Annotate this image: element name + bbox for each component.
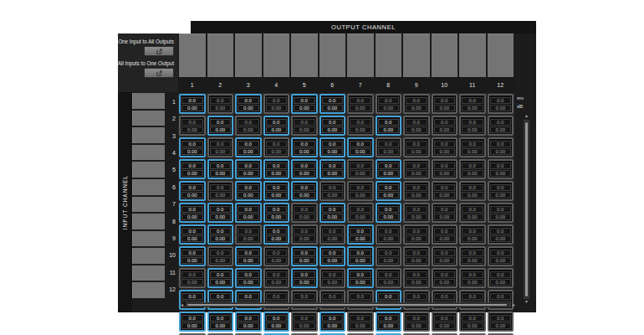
matrix-cell-in8-out2[interactable]: 0.00.00	[207, 246, 234, 266]
delay-field-in4-out3[interactable]: 0.0	[238, 162, 259, 169]
delay-field-in2-out5[interactable]: 0.0	[294, 119, 315, 126]
delay-field-in6-out7[interactable]: 0.0	[350, 206, 371, 213]
delay-field-in8-out7[interactable]: 0.0	[350, 250, 371, 256]
delay-field-in8-out12[interactable]: 0.0	[490, 250, 512, 256]
matrix-cell-in7-out1[interactable]: 0.00.00	[179, 224, 206, 245]
matrix-cell-in7-out2[interactable]: 0.00.00	[207, 224, 234, 245]
delay-field-in3-out11[interactable]: 0.0	[462, 141, 483, 147]
matrix-cell-in9-out8[interactable]: 0.00.00	[376, 268, 402, 288]
matrix-cell-in6-out9[interactable]: 0.00.00	[403, 203, 430, 223]
matrix-cell-in5-out11[interactable]: 0.00.00	[459, 181, 486, 201]
level-field-in8-out7[interactable]: 0.00	[350, 257, 371, 264]
matrix-cell-in1-out6[interactable]: 0.00.00	[319, 94, 346, 114]
all-to-one-button[interactable]	[144, 68, 174, 78]
delay-field-in5-out4[interactable]: 0.0	[266, 184, 288, 191]
level-field-in1-out12[interactable]: 0.00	[490, 105, 512, 111]
delay-field-in11-out3[interactable]: 0.0	[238, 315, 259, 322]
level-field-in1-out11[interactable]: 0.00	[462, 105, 483, 111]
level-field-in3-out5[interactable]: 0.00	[294, 148, 315, 155]
matrix-cell-in9-out10[interactable]: 0.00.00	[432, 268, 458, 288]
matrix-cell-in11-out3[interactable]: 0.00.00	[235, 312, 262, 332]
matrix-cell-in6-out10[interactable]: 0.00.00	[432, 203, 458, 223]
level-field-in11-out3[interactable]: 0.00	[238, 322, 259, 329]
matrix-cell-in4-out12[interactable]: 0.00.00	[488, 159, 514, 179]
level-field-in4-out10[interactable]: 0.00	[434, 170, 456, 177]
matrix-cell-in4-out2[interactable]: 0.00.00	[207, 159, 234, 179]
level-field-in5-out3[interactable]: 0.00	[238, 192, 259, 198]
matrix-cell-in6-out3[interactable]: 0.00.00	[235, 203, 262, 223]
delay-field-in9-out7[interactable]: 0.0	[350, 271, 371, 278]
delay-field-in6-out11[interactable]: 0.0	[462, 206, 483, 213]
matrix-cell-in3-out7[interactable]: 0.00.00	[347, 137, 374, 157]
scroll-up-icon[interactable]: ▲	[524, 113, 529, 120]
level-field-in5-out8[interactable]: 0.00	[378, 192, 400, 198]
level-field-in1-out10[interactable]: 0.00	[434, 105, 456, 111]
level-field-in7-out8[interactable]: 0.00	[378, 235, 400, 242]
matrix-cell-in9-out2[interactable]: 0.00.00	[207, 268, 234, 288]
matrix-cell-in8-out5[interactable]: 0.00.00	[291, 246, 318, 266]
delay-field-in8-out5[interactable]: 0.0	[294, 250, 315, 256]
level-field-in6-out6[interactable]: 0.00	[322, 214, 344, 220]
level-field-in11-out9[interactable]: 0.00	[406, 322, 427, 329]
level-field-in11-out5[interactable]: 0.00	[294, 322, 315, 329]
matrix-cell-in1-out12[interactable]: 0.00.00	[488, 94, 514, 114]
matrix-cell-in11-out1[interactable]: 0.00.00	[179, 312, 206, 332]
delay-field-in10-out4[interactable]: 0.0	[266, 293, 288, 300]
matrix-cell-in5-out1[interactable]: 0.00.00	[179, 181, 206, 201]
level-field-in11-out12[interactable]: 0.00	[490, 322, 512, 329]
level-field-in2-out10[interactable]: 0.00	[434, 126, 456, 133]
output-column-header-3[interactable]	[235, 34, 262, 77]
matrix-cell-in5-out3[interactable]: 0.00.00	[235, 181, 262, 201]
delay-field-in3-out7[interactable]: 0.0	[350, 141, 371, 147]
level-field-in7-out2[interactable]: 0.00	[210, 235, 232, 242]
matrix-cell-in6-out4[interactable]: 0.00.00	[263, 203, 290, 223]
delay-field-in7-out5[interactable]: 0.0	[294, 228, 315, 234]
delay-field-in5-out3[interactable]: 0.0	[238, 184, 259, 191]
delay-field-in5-out8[interactable]: 0.0	[378, 184, 400, 191]
delay-field-in11-out6[interactable]: 0.0	[322, 315, 344, 322]
matrix-cell-in9-out11[interactable]: 0.00.00	[459, 268, 486, 288]
delay-field-in9-out2[interactable]: 0.0	[210, 271, 232, 278]
level-field-in11-out11[interactable]: 0.00	[462, 322, 483, 329]
matrix-cell-in3-out5[interactable]: 0.00.00	[291, 137, 318, 157]
delay-field-in5-out1[interactable]: 0.0	[181, 184, 203, 191]
matrix-cell-in7-out6[interactable]: 0.00.00	[319, 224, 346, 245]
level-field-in7-out7[interactable]: 0.00	[350, 235, 371, 242]
matrix-cell-in5-out5[interactable]: 0.00.00	[291, 181, 318, 201]
matrix-cell-in3-out3[interactable]: 0.00.00	[235, 137, 262, 157]
level-field-in6-out10[interactable]: 0.00	[434, 214, 456, 220]
delay-field-in7-out3[interactable]: 0.0	[238, 228, 259, 234]
matrix-cell-in6-out8[interactable]: 0.00.00	[376, 203, 402, 223]
delay-field-in1-out8[interactable]: 0.0	[378, 97, 400, 104]
matrix-cell-in3-out6[interactable]: 0.00.00	[319, 137, 346, 157]
level-field-in7-out5[interactable]: 0.00	[294, 235, 315, 242]
delay-field-in1-out1[interactable]: 0.0	[181, 97, 203, 104]
matrix-cell-in6-out2[interactable]: 0.00.00	[207, 203, 234, 223]
level-field-in6-out4[interactable]: 0.00	[266, 214, 288, 220]
level-field-in11-out7[interactable]: 0.00	[350, 322, 371, 329]
level-field-in5-out12[interactable]: 0.00	[490, 192, 512, 198]
delay-field-in4-out11[interactable]: 0.0	[462, 162, 483, 169]
input-row-header-11[interactable]	[132, 265, 165, 281]
level-field-in9-out11[interactable]: 0.00	[462, 279, 483, 286]
matrix-cell-in4-out6[interactable]: 0.00.00	[319, 159, 346, 179]
delay-field-in11-out2[interactable]: 0.0	[210, 315, 232, 322]
matrix-cell-in5-out12[interactable]: 0.00.00	[488, 181, 514, 201]
delay-field-in7-out7[interactable]: 0.0	[350, 228, 371, 234]
delay-field-in6-out6[interactable]: 0.0	[322, 206, 344, 213]
output-column-header-11[interactable]	[459, 34, 486, 77]
matrix-cell-in9-out1[interactable]: 0.00.00	[179, 268, 206, 288]
scroll-right-icon[interactable]: ►	[510, 302, 518, 307]
delay-field-in4-out7[interactable]: 0.0	[350, 162, 371, 169]
level-field-in5-out7[interactable]: 0.00	[350, 192, 371, 198]
delay-field-in9-out4[interactable]: 0.0	[266, 271, 288, 278]
matrix-cell-in8-out6[interactable]: 0.00.00	[319, 246, 346, 266]
delay-field-in5-out7[interactable]: 0.0	[350, 184, 371, 191]
level-field-in8-out12[interactable]: 0.00	[490, 257, 512, 264]
level-field-in9-out3[interactable]: 0.00	[238, 279, 259, 286]
matrix-cell-in6-out6[interactable]: 0.00.00	[319, 203, 346, 223]
matrix-cell-in5-out8[interactable]: 0.00.00	[376, 181, 402, 201]
delay-field-in2-out11[interactable]: 0.0	[462, 119, 483, 126]
level-field-in5-out2[interactable]: 0.00	[210, 192, 232, 198]
delay-field-in8-out6[interactable]: 0.0	[322, 250, 344, 256]
